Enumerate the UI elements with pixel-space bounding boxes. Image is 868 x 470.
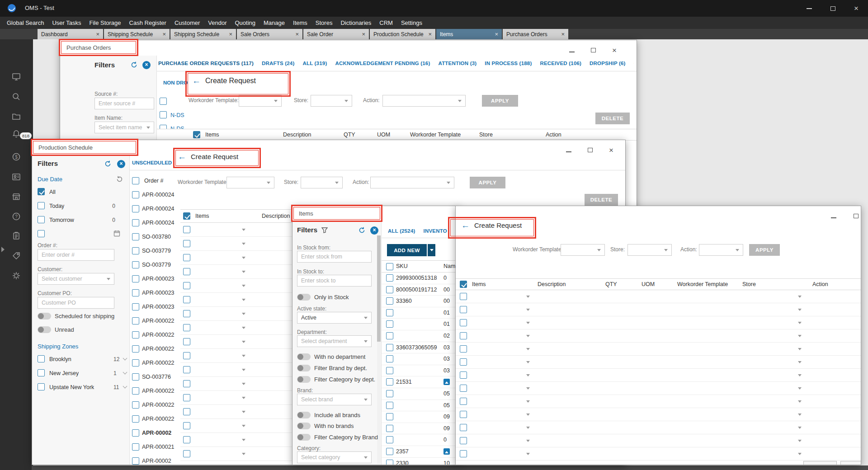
order-row[interactable]: APR-000022 xyxy=(130,412,179,426)
item-row[interactable]: 01 xyxy=(382,319,459,330)
store-dropdown[interactable] xyxy=(311,95,352,107)
menu-item[interactable]: File Storage xyxy=(85,19,125,26)
request-row[interactable] xyxy=(456,434,861,447)
close-button[interactable]: × xyxy=(609,146,613,154)
item-checkbox[interactable] xyxy=(386,413,393,420)
item-row[interactable] xyxy=(180,349,292,363)
item-checkbox[interactable] xyxy=(386,332,393,339)
order-number[interactable]: SO-003779 xyxy=(142,248,171,254)
workorder-dropdown-caret[interactable] xyxy=(798,387,802,390)
chevron-down-icon[interactable] xyxy=(123,370,127,375)
menu-item[interactable]: Vendor xyxy=(204,19,231,26)
item-checkbox[interactable] xyxy=(183,296,190,303)
workorder-dropdown-caret[interactable] xyxy=(798,361,802,363)
order-number[interactable]: APR-000021 xyxy=(142,444,175,450)
order-checkbox[interactable] xyxy=(132,401,139,409)
order-number[interactable]: APR-000023 xyxy=(142,290,175,296)
row-checkbox[interactable] xyxy=(460,293,467,300)
clipboard-icon[interactable] xyxy=(11,231,21,241)
item-row[interactable]: 05 xyxy=(382,400,459,412)
row-checkbox[interactable] xyxy=(460,437,467,444)
request-row[interactable] xyxy=(456,343,861,356)
app-maximize-button[interactable] xyxy=(821,0,844,17)
item-row[interactable] xyxy=(180,307,292,321)
unscheduled-tab[interactable]: UNSCHEDULED xyxy=(132,160,172,165)
order-number[interactable]: APR-000022 xyxy=(142,346,175,352)
help-icon[interactable]: ? xyxy=(11,212,21,221)
minimize-button[interactable] xyxy=(831,212,836,220)
action-dropdown[interactable] xyxy=(370,177,454,188)
order-number[interactable]: APR-00002 xyxy=(142,430,171,436)
item-checkbox[interactable] xyxy=(183,394,190,401)
workorder-template-dropdown[interactable] xyxy=(561,244,605,256)
store-dropdown[interactable] xyxy=(627,244,672,256)
item-row[interactable]: 09 xyxy=(382,423,459,435)
order-checkbox[interactable] xyxy=(132,247,139,254)
chevron-down-icon[interactable] xyxy=(123,384,127,389)
due-date-option[interactable]: Today 0 xyxy=(38,199,126,213)
row-checkbox[interactable] xyxy=(460,411,467,418)
item-dropdown-caret[interactable] xyxy=(242,397,245,399)
order-row[interactable]: SO-003779 xyxy=(130,244,179,258)
item-row[interactable]: 0 xyxy=(382,434,459,446)
item-checkbox[interactable] xyxy=(386,344,393,351)
order-checkbox[interactable] xyxy=(132,373,139,381)
due-date-option[interactable]: All xyxy=(38,185,126,199)
item-row[interactable]: 33360 00 xyxy=(382,296,459,307)
row-checkbox[interactable] xyxy=(460,332,467,339)
tags-icon[interactable] xyxy=(11,251,21,261)
item-row[interactable] xyxy=(180,377,292,391)
item-checkbox[interactable] xyxy=(183,240,190,247)
order-number[interactable]: APR-000022 xyxy=(142,360,175,366)
order-checkbox[interactable] xyxy=(132,443,139,451)
order-checkbox[interactable] xyxy=(132,289,139,296)
item-dropdown-caret[interactable] xyxy=(242,369,245,371)
order-number[interactable]: SO-003779 xyxy=(142,262,171,268)
item-dropdown-caret[interactable] xyxy=(242,243,245,245)
department-dropdown[interactable]: Select department xyxy=(297,335,372,347)
item-checkbox[interactable] xyxy=(386,367,393,374)
request-row[interactable] xyxy=(456,303,861,316)
brand-dropdown[interactable]: Select brand xyxy=(297,394,372,405)
item-dropdown-caret[interactable] xyxy=(242,355,245,357)
apply-button[interactable]: APPLY xyxy=(749,244,780,256)
tab-close-icon[interactable]: × xyxy=(362,31,365,38)
clear-filters-icon[interactable]: × xyxy=(117,160,125,168)
item-checkbox[interactable] xyxy=(183,366,190,373)
item-checkbox[interactable] xyxy=(183,324,190,331)
action-dropdown[interactable] xyxy=(699,244,743,256)
request-row[interactable] xyxy=(456,329,861,343)
item-row[interactable] xyxy=(180,265,292,279)
order-row[interactable]: APR-000022 xyxy=(130,398,179,412)
po-status-tab[interactable]: ATTENTION (3) xyxy=(438,61,476,70)
row-checkbox[interactable] xyxy=(460,385,467,392)
menu-item[interactable]: Items xyxy=(289,19,311,26)
clear-filters-icon[interactable]: × xyxy=(142,61,151,69)
item-dropdown-caret[interactable] xyxy=(242,425,245,427)
item-row[interactable] xyxy=(180,363,292,377)
item-checkbox[interactable] xyxy=(183,268,190,275)
request-row[interactable] xyxy=(456,408,861,421)
due-date-option[interactable] xyxy=(38,227,126,241)
item-checkbox[interactable] xyxy=(386,448,393,455)
filters-scrollbar[interactable] xyxy=(377,235,381,464)
order-number[interactable]: APR-000023 xyxy=(142,276,175,282)
only-in-stock-toggle[interactable] xyxy=(297,294,311,301)
apply-button[interactable]: APPLY xyxy=(470,177,505,188)
po-status-tab[interactable]: IN PROCESS (188) xyxy=(485,61,532,70)
item-row[interactable] xyxy=(180,335,292,349)
workorder-dropdown-caret[interactable] xyxy=(798,440,802,442)
item-dropdown-caret[interactable] xyxy=(526,387,530,390)
item-name-dropdown[interactable]: Select item name xyxy=(94,122,154,133)
option-checkbox[interactable] xyxy=(38,230,45,237)
item-checkbox[interactable] xyxy=(183,436,190,443)
item-checkbox[interactable] xyxy=(386,436,393,443)
item-row[interactable]: 8000500191712 00 xyxy=(382,284,459,296)
item-dropdown-caret[interactable] xyxy=(242,327,245,329)
order-row[interactable]: APR-000022 xyxy=(130,342,179,356)
item-row[interactable] xyxy=(180,223,292,237)
group-row[interactable]: N-DS xyxy=(159,109,209,122)
create-request-button[interactable]: ← Create Request xyxy=(192,76,256,85)
order-checkbox[interactable] xyxy=(132,387,139,395)
item-checkbox[interactable] xyxy=(386,297,393,305)
